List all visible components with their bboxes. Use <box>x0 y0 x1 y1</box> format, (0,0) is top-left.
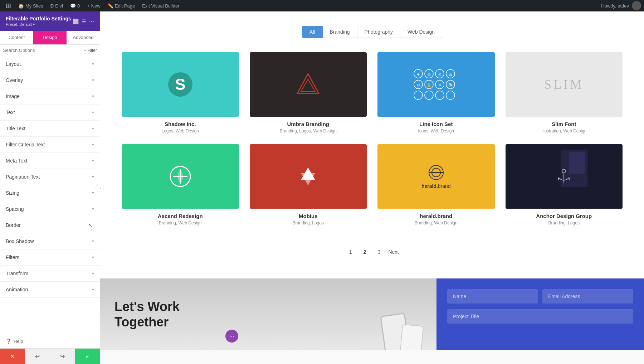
page-1[interactable]: 1 <box>346 247 356 257</box>
option-pagination-text[interactable]: Pagination Text ▾ <box>0 169 100 185</box>
edit-icon: ✏️ <box>108 3 113 9</box>
option-sizing[interactable]: Sizing ▾ <box>0 185 100 201</box>
option-box-shadow[interactable]: Box Shadow ▾ <box>0 233 100 249</box>
portfolio-title-ascend: Ascend Redesign <box>122 213 239 219</box>
name-field[interactable] <box>447 289 538 304</box>
portfolio-item-shadow-inc[interactable]: S Shadow Inc. Logos, Web Design <box>122 52 239 134</box>
my-sites-link[interactable]: 🏠 My Sites <box>15 0 46 11</box>
svg-text:S: S <box>175 76 185 93</box>
portfolio-item-ascend[interactable]: Ascend Redesign Branding, Web Design <box>122 144 239 225</box>
chevron-down-icon: ▾ <box>92 78 94 83</box>
portfolio-meta-line-icon: Icons, Web Design <box>377 128 495 134</box>
page-3[interactable]: 3 <box>374 247 384 257</box>
wp-logo-link[interactable]: ⊞ <box>3 0 14 11</box>
my-sites-label: My Sites <box>25 3 43 9</box>
divi-link[interactable]: D Divi <box>48 0 66 11</box>
maximize-icon[interactable]: ⬜ <box>73 19 79 24</box>
portfolio-image-ascend <box>122 144 239 209</box>
svg-point-21 <box>425 91 433 100</box>
chevron-down-icon: ▾ <box>92 110 94 115</box>
option-title-text[interactable]: Title Text ▾ <box>0 121 100 137</box>
portfolio-title-anchor: Anchor Design Group <box>506 213 623 219</box>
filter-button[interactable]: + Filter <box>84 48 97 53</box>
dots-icon: ⋯ <box>229 333 235 340</box>
svg-text:🔒: 🔒 <box>427 83 431 87</box>
portfolio-image-line-icon: ⊕ ⊞ ◎ ☰ ⊟ 🔒 <box>377 52 495 117</box>
exit-builder-link[interactable]: Exit Visual Builder <box>139 0 182 11</box>
sidebar-collapse-handle[interactable]: ↔ <box>96 184 104 192</box>
filter-tab-photography[interactable]: Photography <box>357 26 400 38</box>
option-meta-text[interactable]: Meta Text ▾ <box>0 153 100 169</box>
floating-help-button[interactable]: ⋯ <box>225 330 238 343</box>
cancel-button[interactable]: ✕ <box>0 349 25 364</box>
admin-bar-right: Howdy, etdev <box>601 1 641 10</box>
chevron-down-icon: ▾ <box>92 174 94 179</box>
option-overlay[interactable]: Overlay ▾ <box>0 72 100 88</box>
edit-page-link[interactable]: ✏️ Edit Page <box>105 0 138 11</box>
contact-form <box>436 278 644 350</box>
project-title-field[interactable] <box>447 309 633 324</box>
svg-text:☰: ☰ <box>449 72 452 76</box>
search-input[interactable] <box>3 48 81 53</box>
option-filter-criteria-text[interactable]: Filter Criteria Text ▾ <box>0 137 100 153</box>
cta-content: Let's WorkTogether <box>114 299 180 330</box>
chevron-down-icon: ▾ <box>92 207 94 212</box>
howdy-text: Howdy, etdev <box>601 3 629 9</box>
option-spacing[interactable]: Spacing ▾ <box>0 201 100 217</box>
option-image[interactable]: Image ▾ <box>0 88 100 105</box>
filter-tab-all[interactable]: All <box>302 26 323 38</box>
tab-design[interactable]: Design <box>33 31 67 44</box>
portfolio-item-line-icon[interactable]: ⊕ ⊞ ◎ ☰ ⊟ 🔒 <box>377 52 495 134</box>
portfolio-item-herald[interactable]: herald.brand herald.brand Branding, Web … <box>377 144 495 225</box>
sidebar-help[interactable]: ❓ Help <box>0 334 100 348</box>
portfolio-item-slim[interactable]: SLIM Slim Font Illustration, Web Design <box>506 52 623 134</box>
portfolio-item-anchor[interactable]: Anchor Design Group Branding, Logos <box>506 144 623 225</box>
new-link[interactable]: + New <box>84 0 103 11</box>
sidebar: Filterable Portfolio Settings Preset: De… <box>0 11 100 364</box>
portfolio-meta-umbra: Branding, Logos, Web Design <box>250 128 367 134</box>
option-filters[interactable]: Filters ▾ <box>0 249 100 266</box>
email-field[interactable] <box>542 289 633 304</box>
comments-icon: 💬 <box>70 3 76 9</box>
more-options-icon[interactable]: ⋯ <box>89 19 94 24</box>
comments-link[interactable]: 💬 0 <box>67 0 83 11</box>
option-border[interactable]: Border ↖ <box>0 217 100 233</box>
redo-button[interactable]: ↪ <box>50 349 75 364</box>
svg-point-23 <box>446 91 455 100</box>
tab-content[interactable]: Content <box>0 31 33 44</box>
portfolio-image-mobius <box>250 144 367 209</box>
portfolio-image-herald: herald.brand <box>377 144 495 209</box>
tab-advanced[interactable]: Advanced <box>67 31 100 44</box>
portfolio-item-mobius[interactable]: Mobius Branding, Logos <box>250 144 367 225</box>
svg-text:◎: ◎ <box>438 72 441 76</box>
save-button[interactable]: ✓ <box>75 349 100 364</box>
filter-tab-branding[interactable]: Branding <box>323 26 357 38</box>
new-icon: + <box>87 3 90 9</box>
chevron-down-icon: ▾ <box>92 94 94 99</box>
columns-icon[interactable]: ☰ <box>82 19 86 24</box>
page-next[interactable]: Next <box>389 249 399 255</box>
filter-tab-web-design[interactable]: Web Design <box>400 26 442 38</box>
option-transform[interactable]: Transform ▾ <box>0 266 100 282</box>
undo-button[interactable]: ↩ <box>25 349 50 364</box>
help-label: Help <box>14 339 23 344</box>
svg-point-22 <box>435 91 444 100</box>
admin-bar: ⊞ 🏠 My Sites D Divi 💬 0 + New ✏️ Edit Pa… <box>0 0 644 11</box>
portfolio-image-umbra <box>250 52 367 117</box>
svg-text:⊞: ⊞ <box>428 72 430 76</box>
page-2[interactable]: 2 <box>360 247 370 257</box>
portfolio-meta-anchor: Branding, Logos <box>506 220 623 225</box>
divi-icon: D <box>50 3 54 9</box>
portfolio-area: All Branding Photography Web Design S Sh… <box>100 11 644 278</box>
option-text[interactable]: Text ▾ <box>0 105 100 121</box>
option-layout[interactable]: Layout ▾ <box>0 56 100 72</box>
avatar <box>632 1 641 10</box>
chevron-down-icon: ▾ <box>92 239 94 244</box>
svg-point-20 <box>414 91 423 100</box>
svg-marker-3 <box>301 79 315 92</box>
sidebar-search: + Filter <box>0 45 100 56</box>
divi-label: Divi <box>55 3 63 9</box>
option-animation[interactable]: Animation ▾ <box>0 282 100 298</box>
portfolio-item-umbra[interactable]: Umbra Branding Branding, Logos, Web Desi… <box>250 52 367 134</box>
svg-text:⊕: ⊕ <box>417 72 420 76</box>
